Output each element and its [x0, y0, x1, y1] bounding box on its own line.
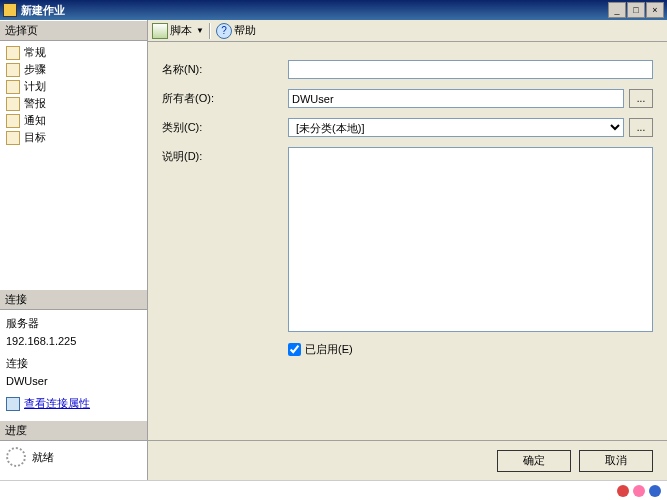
- help-icon: ?: [216, 23, 232, 39]
- spinner-icon: [6, 447, 26, 467]
- sidebar-item-label: 目标: [24, 130, 46, 145]
- enabled-row: 已启用(E): [162, 342, 653, 357]
- server-label: 服务器: [6, 315, 141, 333]
- content-panel: 脚本 ▼ ? 帮助 名称(N): 所有者(O): ... 类别(C): [未分类…: [148, 20, 667, 480]
- owner-label: 所有者(O):: [162, 89, 288, 106]
- description-row: 说明(D):: [162, 147, 653, 332]
- progress-header: 进度: [0, 420, 147, 441]
- properties-icon: [6, 397, 20, 411]
- script-button[interactable]: 脚本: [170, 23, 192, 38]
- sidebar-item-notifications[interactable]: 通知: [0, 112, 147, 129]
- cancel-button[interactable]: 取消: [579, 450, 653, 472]
- sidebar-item-label: 步骤: [24, 62, 46, 77]
- tray-icon[interactable]: [649, 485, 661, 497]
- owner-row: 所有者(O): ...: [162, 89, 653, 108]
- main-area: 选择页 常规 步骤 计划 警报 通知: [0, 20, 667, 480]
- sidebar-item-steps[interactable]: 步骤: [0, 61, 147, 78]
- page-icon: [6, 46, 20, 60]
- tray-icon[interactable]: [633, 485, 645, 497]
- maximize-button[interactable]: □: [627, 2, 645, 18]
- help-button[interactable]: 帮助: [234, 23, 256, 38]
- pages-list: 常规 步骤 计划 警报 通知 目标: [0, 41, 147, 289]
- page-icon: [6, 114, 20, 128]
- minimize-button[interactable]: _: [608, 2, 626, 18]
- connection-header: 连接: [0, 289, 147, 310]
- separator: [209, 23, 211, 39]
- category-select[interactable]: [未分类(本地)]: [288, 118, 624, 137]
- sidebar-item-label: 常规: [24, 45, 46, 60]
- page-icon: [6, 97, 20, 111]
- tray-icon[interactable]: [617, 485, 629, 497]
- app-icon: [3, 3, 17, 17]
- page-icon: [6, 131, 20, 145]
- toolbar: 脚本 ▼ ? 帮助: [148, 20, 667, 42]
- category-label: 类别(C):: [162, 118, 288, 135]
- name-input[interactable]: [288, 60, 653, 79]
- ok-button[interactable]: 确定: [497, 450, 571, 472]
- sidebar-item-label: 计划: [24, 79, 46, 94]
- name-label: 名称(N):: [162, 60, 288, 77]
- sidebar-item-targets[interactable]: 目标: [0, 129, 147, 146]
- form-area: 名称(N): 所有者(O): ... 类别(C): [未分类(本地)] ... …: [148, 42, 667, 440]
- sidebar-item-label: 警报: [24, 96, 46, 111]
- description-textarea[interactable]: [288, 147, 653, 332]
- sidebar-item-schedule[interactable]: 计划: [0, 78, 147, 95]
- server-value: 192.168.1.225: [6, 333, 141, 351]
- category-browse-button[interactable]: ...: [629, 118, 653, 137]
- progress-panel: 就绪: [0, 441, 147, 480]
- chevron-down-icon[interactable]: ▼: [196, 26, 204, 35]
- script-icon: [152, 23, 168, 39]
- button-bar: 确定 取消: [148, 440, 667, 480]
- owner-input[interactable]: [288, 89, 624, 108]
- view-connection-link[interactable]: 查看连接属性: [24, 395, 90, 413]
- window-buttons: _ □ ×: [608, 2, 664, 18]
- category-row: 类别(C): [未分类(本地)] ...: [162, 118, 653, 137]
- sidebar-item-alerts[interactable]: 警报: [0, 95, 147, 112]
- conn-label: 连接: [6, 355, 141, 373]
- description-label: 说明(D):: [162, 147, 288, 164]
- close-button[interactable]: ×: [646, 2, 664, 18]
- titlebar: 新建作业 _ □ ×: [0, 0, 667, 20]
- sidebar-item-general[interactable]: 常规: [0, 44, 147, 61]
- connection-panel: 服务器 192.168.1.225 连接 DWUser 查看连接属性: [0, 310, 147, 420]
- name-row: 名称(N):: [162, 60, 653, 79]
- progress-text: 就绪: [32, 450, 54, 465]
- sidebar-item-label: 通知: [24, 113, 46, 128]
- window-title: 新建作业: [21, 3, 608, 18]
- view-connection-row: 查看连接属性: [6, 395, 141, 413]
- page-icon: [6, 80, 20, 94]
- enabled-label: 已启用(E): [305, 342, 353, 357]
- owner-browse-button[interactable]: ...: [629, 89, 653, 108]
- pages-header: 选择页: [0, 20, 147, 41]
- system-tray: [0, 480, 667, 500]
- enabled-checkbox[interactable]: [288, 343, 301, 356]
- page-icon: [6, 63, 20, 77]
- conn-value: DWUser: [6, 373, 141, 391]
- sidebar: 选择页 常规 步骤 计划 警报 通知: [0, 20, 148, 480]
